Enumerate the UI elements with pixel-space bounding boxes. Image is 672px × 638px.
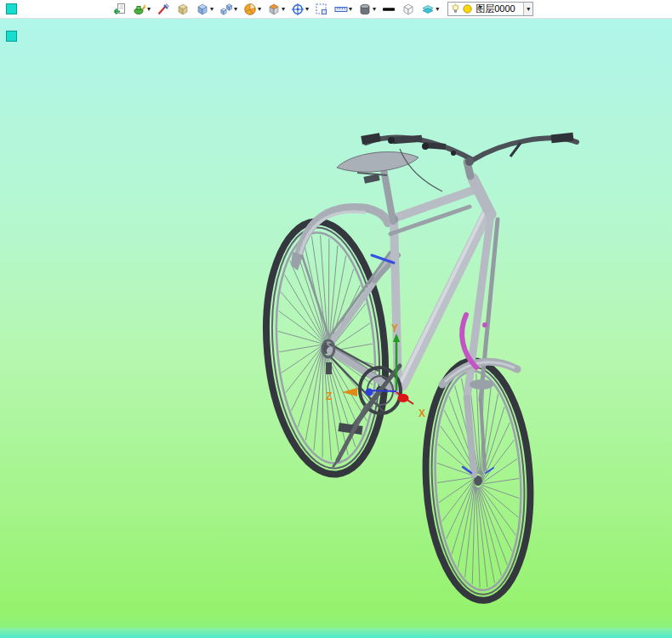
dropdown-arrow-icon[interactable]: ▾ — [258, 6, 261, 13]
triad-y-label: Y — [391, 322, 398, 334]
solid-primitive-icon[interactable] — [176, 2, 190, 17]
line-width-icon[interactable] — [382, 2, 396, 17]
appearance-cylinder-icon[interactable]: ▾ — [358, 2, 376, 17]
layer-name: 图层0000 — [474, 3, 523, 15]
measure-ruler-icon[interactable]: ▾ — [334, 2, 352, 17]
toolbar-items: ▾▾▾▾▾▾▾▾▾ — [113, 2, 439, 17]
selection-box-icon[interactable] — [315, 2, 328, 17]
dropdown-arrow-icon[interactable]: ▾ — [305, 6, 309, 13]
bicycle-model[interactable] — [256, 133, 577, 603]
dropdown-arrow-icon[interactable]: ▾ — [282, 6, 285, 13]
main-toolbar: ▾▾▾▾▾▾▾▾▾ 图层0000 ▾ — [0, 0, 672, 19]
viewport-3d[interactable]: Y X Z — [0, 0, 672, 638]
dropdown-arrow-icon[interactable]: ▾ — [373, 6, 376, 13]
dropdown-arrow-icon[interactable]: ▾ — [436, 6, 439, 13]
chevron-down-icon[interactable]: ▾ — [523, 3, 532, 15]
dock-grip-top[interactable] — [6, 3, 17, 14]
wireframe-display-icon[interactable] — [401, 2, 415, 17]
front-fork — [442, 214, 517, 475]
triad-x-label: X — [419, 407, 425, 419]
extrude-feature-icon[interactable]: ▾ — [267, 2, 285, 17]
pattern-wheel-icon[interactable]: ▾ — [243, 2, 261, 17]
sketch-knife-icon[interactable] — [157, 2, 170, 17]
triad-origin-sphere — [398, 394, 409, 402]
triad-z-label: Z — [326, 390, 332, 402]
boolean-operations-icon[interactable]: ▾ — [219, 2, 237, 17]
dock-grip-side[interactable] — [6, 31, 17, 42]
render-material-icon[interactable]: ▾ — [133, 2, 151, 17]
display-layers-icon[interactable]: ▾ — [421, 2, 439, 17]
layer-color-icon[interactable] — [462, 3, 473, 14]
dropdown-arrow-icon[interactable]: ▾ — [349, 6, 352, 13]
feature-cube-icon[interactable]: ▾ — [196, 2, 214, 17]
layer-selector[interactable]: 图层0000 ▾ — [447, 2, 533, 16]
datum-target-icon[interactable]: ▾ — [291, 2, 309, 17]
dropdown-arrow-icon[interactable]: ▾ — [234, 6, 237, 13]
layer-visibility-bulb-icon[interactable] — [450, 3, 461, 14]
dropdown-arrow-icon[interactable]: ▾ — [147, 6, 151, 13]
dropdown-arrow-icon[interactable]: ▾ — [210, 6, 214, 13]
front-wheel — [420, 358, 537, 603]
open-document-icon[interactable] — [113, 2, 127, 17]
